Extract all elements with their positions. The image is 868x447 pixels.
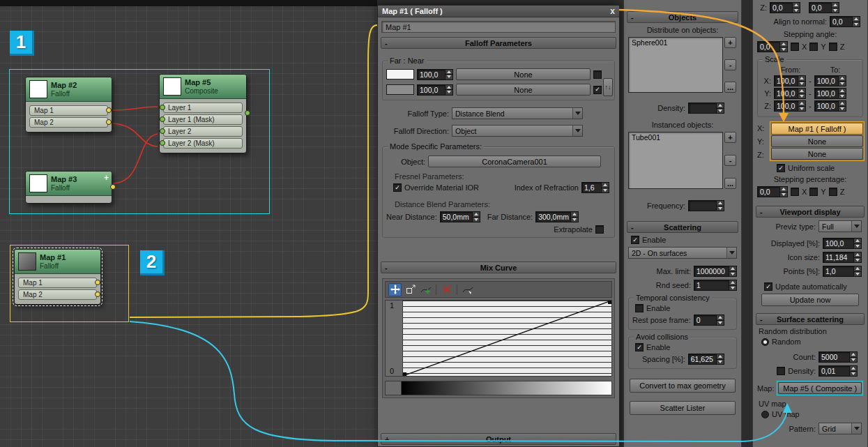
spinner-arrows[interactable] [798, 101, 805, 111]
scale-point-tool[interactable] [404, 283, 417, 296]
extrapolate-checkbox[interactable] [595, 225, 604, 234]
close-icon[interactable]: x [610, 7, 615, 15]
curve-point-end[interactable] [608, 301, 611, 304]
stepping-pct-x-checkbox[interactable] [791, 188, 799, 196]
spinner-arrows[interactable] [852, 17, 860, 26]
map-name-field[interactable]: Map #1 [381, 21, 616, 33]
rollout-falloff-parameters[interactable]: - Falloff Parameters [381, 37, 616, 49]
scattering-enable-checkbox[interactable] [631, 236, 639, 244]
near-amount-spinner[interactable]: 100,0 [417, 84, 453, 96]
input-socket[interactable] [160, 105, 165, 110]
convert-to-max-geometry-button[interactable]: Convert to max geometry [630, 379, 736, 393]
collapse-icon[interactable]: - [385, 39, 388, 47]
reset-curve-tool[interactable] [461, 283, 474, 296]
dropdown-arrow-icon[interactable] [572, 108, 582, 119]
max-limit-spinner[interactable]: 1000000 [694, 266, 737, 277]
add-point-tool[interactable] [419, 283, 432, 296]
spinner-arrows[interactable] [445, 70, 452, 79]
spinner-arrows[interactable] [838, 101, 846, 111]
input-socket[interactable] [160, 116, 165, 122]
map5-slot-layer2[interactable]: Layer 2 [163, 126, 243, 137]
collapse-icon[interactable]: - [385, 264, 388, 272]
output-socket[interactable] [106, 119, 112, 125]
more-options-button[interactable]: ... [724, 82, 736, 93]
rollout-scattering[interactable]: - Scattering [627, 221, 738, 233]
stepping-pct-y-checkbox[interactable] [809, 188, 818, 196]
remove-instance-button[interactable]: - [724, 155, 736, 166]
rest-pose-spinner[interactable]: 0 [694, 315, 724, 326]
dropdown-arrow-icon[interactable] [572, 126, 582, 136]
spinner-arrows[interactable] [716, 103, 724, 113]
count-spinner[interactable]: 5000 [818, 351, 858, 363]
rollout-output[interactable]: + Output [381, 433, 616, 445]
far-amount-spinner[interactable]: 100,0 [417, 69, 453, 80]
expand-icon[interactable]: + [104, 173, 109, 183]
pattern-dropdown[interactable]: Grid [818, 423, 862, 434]
swap-colors-button[interactable]: ↑↓ [603, 78, 613, 96]
rnd-seed-spinner[interactable]: 1 [694, 280, 737, 291]
uniform-scale-checkbox[interactable] [777, 164, 785, 172]
scale-x-from-spinner[interactable]: 100,0 [774, 75, 806, 86]
stepping-angle-spinner[interactable]: 0,0 [757, 41, 788, 52]
falloff-direction-dropdown[interactable]: Object [452, 125, 583, 137]
spinner-arrows[interactable] [792, 3, 800, 13]
map5-slot-layer2-mask[interactable]: Layer 2 (Mask) [163, 138, 243, 149]
near-map-enable-checkbox[interactable] [593, 86, 602, 94]
near-distance-spinner[interactable]: 50,0mm [440, 211, 480, 222]
map3-preview-swatch[interactable] [29, 174, 47, 192]
list-item[interactable]: Sphere001 [629, 38, 722, 47]
rollout-mix-curve[interactable]: - Mix Curve [381, 262, 616, 273]
avoid-enable-checkbox[interactable] [635, 343, 644, 351]
displayed-spinner[interactable]: 100,0 [823, 238, 862, 249]
collapse-icon[interactable]: - [631, 13, 634, 22]
scale-z-from-spinner[interactable]: 100,0 [774, 100, 806, 112]
far-distance-spinner[interactable]: 300,0mm [535, 211, 579, 222]
spinner-arrows[interactable] [716, 315, 724, 325]
map1-slot-map1[interactable]: Map 1 [18, 278, 97, 288]
spacing-spinner[interactable]: 61,625 [688, 354, 724, 365]
near-map-button[interactable]: None [456, 84, 591, 96]
scale-x-to-spinner[interactable]: 100,0 [814, 75, 846, 86]
map1-preview-swatch[interactable] [18, 252, 36, 271]
scale-map-z-button[interactable]: None [771, 148, 863, 160]
map2-preview-swatch[interactable] [29, 80, 47, 98]
collapse-icon[interactable]: - [760, 315, 763, 324]
dropdown-arrow-icon[interactable] [851, 221, 861, 232]
node-map2-falloff[interactable]: Map #2 Falloff Map 1 Map 2 [25, 77, 112, 132]
map2-slot-map2[interactable]: Map 2 [29, 117, 108, 128]
spinner-arrows[interactable] [853, 252, 861, 262]
output-socket[interactable] [95, 291, 100, 297]
scale-map-y-button[interactable]: None [771, 135, 863, 147]
map3-output-socket[interactable] [110, 184, 116, 190]
scale-y-from-spinner[interactable]: 100,0 [774, 88, 806, 99]
falloff-type-dropdown[interactable]: Distance Blend [452, 107, 583, 119]
collapse-icon[interactable]: - [760, 208, 763, 216]
scale-y-to-spinner[interactable]: 100,0 [814, 88, 846, 99]
distribute-objects-list[interactable]: Sphere001 [628, 37, 723, 93]
node-map3-falloff[interactable]: Map #3 Falloff + [25, 171, 112, 204]
align-to-normal-spinner[interactable]: 0,0 [830, 16, 860, 27]
map2-slot-map1[interactable]: Map 1 [29, 105, 108, 116]
spinner-arrows[interactable] [729, 280, 736, 290]
output-socket[interactable] [106, 107, 112, 113]
spinner-arrows[interactable] [849, 366, 857, 376]
more-options-button[interactable]: ... [724, 178, 736, 189]
scale-z-to-spinner[interactable]: 100,0 [814, 100, 846, 112]
add-object-button[interactable]: + [724, 37, 736, 48]
update-now-button[interactable]: Update now [761, 294, 859, 306]
spinner-arrows[interactable] [831, 3, 839, 13]
rollout-objects[interactable]: - Objects [627, 11, 738, 23]
density-spinner[interactable] [688, 103, 724, 114]
spinner-arrows[interactable] [716, 354, 724, 364]
override-ior-checkbox[interactable] [393, 183, 402, 192]
random-radio[interactable] [761, 338, 769, 346]
map1-slot-map2[interactable]: Map 2 [18, 289, 97, 300]
far-color-swatch[interactable] [386, 69, 414, 79]
curve-point-start[interactable] [403, 372, 406, 376]
stepping-angle-y-checkbox[interactable] [809, 43, 818, 51]
spinner-arrows[interactable] [601, 183, 609, 192]
previz-type-dropdown[interactable]: Full [818, 220, 862, 232]
add-instance-button[interactable]: + [724, 132, 736, 143]
map5-slot-layer1-mask[interactable]: Layer 1 (Mask) [163, 114, 243, 125]
spinner-arrows[interactable] [445, 85, 452, 95]
